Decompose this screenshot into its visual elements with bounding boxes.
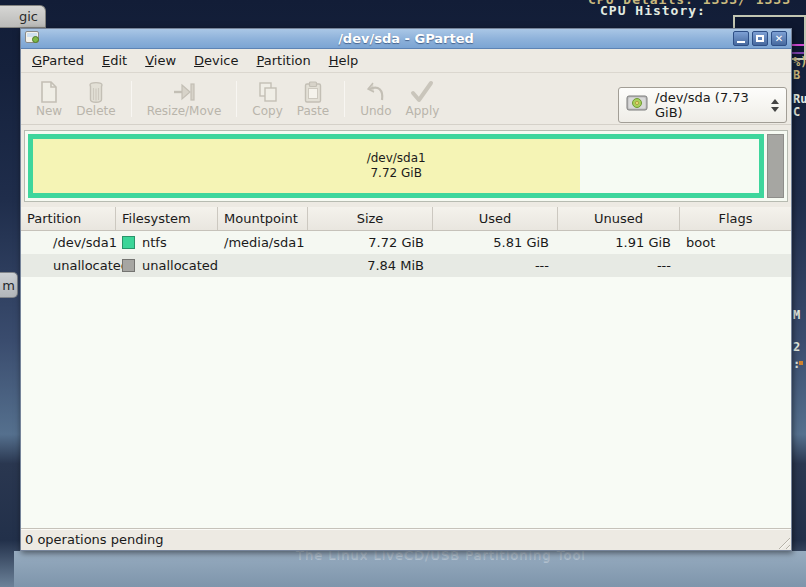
minimize-icon (737, 41, 745, 43)
table-header: Partition Filesystem Mountpoint Size Use… (21, 207, 791, 231)
cell-used: --- (433, 254, 558, 277)
cpu-history-label: CPU History: (600, 3, 706, 18)
desktop-text-fragment: 2 (793, 340, 800, 354)
delete-button[interactable]: Delete (69, 78, 122, 119)
partition-size: 7.72 GiB (370, 166, 421, 181)
cell-partition: unallocated (21, 254, 116, 277)
column-header-flags: Flags (680, 207, 791, 230)
undo-button[interactable]: Undo (353, 78, 398, 119)
partition-list-empty-area (21, 277, 791, 528)
cell-flags (680, 254, 791, 277)
column-header-filesystem: Filesystem (116, 207, 218, 230)
paste-button[interactable]: Paste (290, 78, 336, 119)
chevron-up-icon (771, 99, 779, 104)
cell-mountpoint (218, 254, 308, 277)
status-bar: 0 operations pending (21, 528, 791, 550)
cell-unused: --- (558, 254, 680, 277)
desktop-bottom-strip: The Linux LiveCD/USB Partitioning Tool (14, 551, 806, 587)
undo-icon (364, 79, 388, 104)
close-icon: ✕ (775, 34, 783, 44)
close-button[interactable]: ✕ (771, 31, 787, 46)
title-bar[interactable]: /dev/sda - GParted ✕ (21, 29, 791, 49)
unallocated-strip[interactable] (767, 134, 784, 198)
resize-move-icon (171, 79, 197, 104)
filesystem-swatch (122, 236, 135, 249)
toolbar-separator (236, 81, 237, 117)
gparted-window: /dev/sda - GParted ✕ GParted Edit View D… (20, 28, 792, 551)
desktop-text-fragment: C (793, 105, 800, 119)
menu-gparted[interactable]: GParted (23, 51, 93, 70)
toolbar-separator (344, 81, 345, 117)
column-header-partition: Partition (21, 207, 116, 230)
desktop-text-fragment: M (793, 308, 800, 322)
disk-graphic-area: /dev/sda1 7.72 GiB (21, 125, 791, 207)
desktop-text-fragment: B (793, 68, 800, 82)
table-row[interactable]: unallocated unallocated 7.84 MiB --- --- (21, 254, 791, 277)
paste-icon (302, 79, 324, 104)
resize-move-button[interactable]: Resize/Move (140, 78, 229, 119)
desktop-text-fragment: Ru (793, 92, 806, 106)
cell-mountpoint: /media/sda1 (218, 231, 308, 254)
pending-operations-status: 0 operations pending (21, 532, 164, 547)
desktop-indicator-dot (799, 361, 803, 365)
cell-filesystem: ntfs (116, 231, 218, 254)
desktop: CPU Details: 1333/ 1333 CPU History: gic… (0, 0, 806, 587)
column-header-size: Size (308, 207, 433, 230)
menu-partition[interactable]: Partition (248, 51, 320, 70)
resize-grip[interactable] (775, 534, 790, 549)
disk-graphic-frame: /dev/sda1 7.72 GiB (24, 130, 788, 202)
chevron-down-icon (771, 107, 779, 112)
cell-size: 7.84 MiB (308, 254, 433, 277)
menu-edit[interactable]: Edit (93, 51, 136, 70)
copy-icon (256, 79, 280, 104)
toolbar: New Delete Resize/Move Copy (21, 73, 791, 125)
menu-bar: GParted Edit View Device Partition Help (21, 49, 791, 73)
window-title: /dev/sda - GParted (21, 31, 791, 46)
cell-partition: /dev/sda1 (21, 231, 116, 254)
partition-box-label: /dev/sda1 7.72 GiB (33, 139, 759, 193)
delete-icon (84, 79, 108, 104)
cell-size: 7.72 GiB (308, 231, 433, 254)
cell-unused: 1.91 GiB (558, 231, 680, 254)
device-selector-stepper[interactable] (768, 99, 782, 112)
background-window-tab-gic[interactable]: gic (0, 5, 46, 28)
cell-flags: boot (680, 231, 791, 254)
cell-used: 5.81 GiB (433, 231, 558, 254)
hard-drive-icon (626, 93, 648, 117)
menu-help[interactable]: Help (320, 51, 368, 70)
device-selector-value: /dev/sda (7.73 GiB) (655, 90, 768, 120)
background-window-tab-m[interactable]: m (0, 272, 18, 298)
copy-button[interactable]: Copy (245, 78, 289, 119)
minimize-button[interactable] (733, 31, 749, 46)
apply-icon (409, 79, 435, 104)
desktop-text-fragment: %) (793, 55, 806, 69)
column-header-mountpoint: Mountpoint (218, 207, 308, 230)
apply-button[interactable]: Apply (399, 78, 447, 119)
filesystem-swatch (122, 259, 135, 272)
menu-view[interactable]: View (136, 51, 185, 70)
cell-filesystem: unallocated (116, 254, 218, 277)
column-header-unused: Unused (558, 207, 680, 230)
column-header-used: Used (433, 207, 558, 230)
menu-device[interactable]: Device (185, 51, 247, 70)
new-partition-icon (38, 79, 60, 104)
partition-name: /dev/sda1 (367, 151, 426, 166)
new-button[interactable]: New (29, 78, 69, 119)
toolbar-separator (131, 81, 132, 117)
partition-box[interactable]: /dev/sda1 7.72 GiB (28, 134, 764, 198)
maximize-icon (756, 35, 764, 42)
device-selector[interactable]: /dev/sda (7.73 GiB) (618, 87, 787, 123)
maximize-button[interactable] (752, 31, 768, 46)
table-row[interactable]: /dev/sda1 ntfs /media/sda1 7.72 GiB 5.81… (21, 231, 791, 254)
